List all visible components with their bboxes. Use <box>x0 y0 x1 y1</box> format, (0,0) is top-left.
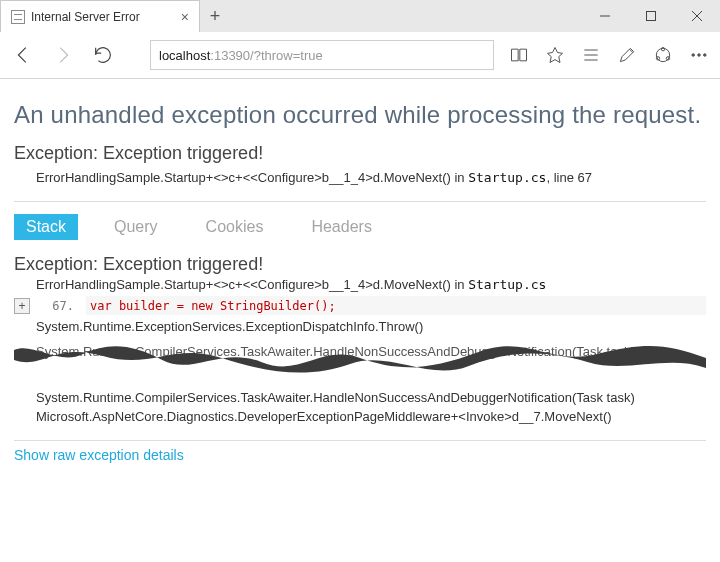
tab-title: Internal Server Error <box>31 10 175 24</box>
forward-button[interactable] <box>50 42 76 68</box>
window-controls <box>582 0 720 32</box>
source-line-row: + 67. var builder = new StringBuilder(); <box>14 296 706 315</box>
page-title: An unhandled exception occurred while pr… <box>14 101 706 129</box>
stack-frame-1: System.Runtime.ExceptionServices.Excepti… <box>14 317 706 336</box>
refresh-button[interactable] <box>90 42 116 68</box>
tab-bar: Internal Server Error × + <box>0 0 720 32</box>
summary-file: Startup.cs <box>468 170 546 185</box>
favorite-icon[interactable] <box>544 44 566 66</box>
browser-tab[interactable]: Internal Server Error × <box>0 0 200 32</box>
tab-cookies[interactable]: Cookies <box>194 214 276 240</box>
summary-line: , line 67 <box>546 170 592 185</box>
page-favicon-icon <box>11 10 25 24</box>
stack-exception-header: Exception: Exception triggered! <box>14 254 706 275</box>
maximize-button[interactable] <box>628 0 674 32</box>
detail-tabs: Stack Query Cookies Headers <box>14 214 706 240</box>
summary-frame-text: ErrorHandlingSample.Startup+<>c+<<Config… <box>36 170 468 185</box>
more-icon[interactable] <box>688 44 710 66</box>
toolbar-icons <box>508 44 710 66</box>
stack-frame-0: ErrorHandlingSample.Startup+<>c+<<Config… <box>14 275 706 294</box>
svg-point-14 <box>698 54 701 57</box>
divider <box>14 201 706 202</box>
tab-query[interactable]: Query <box>102 214 170 240</box>
stack-frame-3: Microsoft.AspNetCore.Diagnostics.Develop… <box>14 407 706 426</box>
stack-frame-2: System.Runtime.CompilerServices.TaskAwai… <box>14 388 706 407</box>
new-tab-button[interactable]: + <box>200 0 230 32</box>
close-tab-icon[interactable]: × <box>181 10 189 24</box>
svg-point-10 <box>661 48 664 51</box>
source-code: var builder = new StringBuilder(); <box>90 299 336 313</box>
torn-section: System.Runtime.CompilerServices.TaskAwai… <box>14 340 706 376</box>
minimize-button[interactable] <box>582 0 628 32</box>
close-window-button[interactable] <box>674 0 720 32</box>
hub-icon[interactable] <box>580 44 602 66</box>
summary-frame: ErrorHandlingSample.Startup+<>c+<<Config… <box>14 164 706 195</box>
stack-frame-0-file: Startup.cs <box>468 277 546 292</box>
svg-rect-1 <box>647 12 656 21</box>
line-number: 67. <box>34 299 82 313</box>
svg-point-15 <box>704 54 707 57</box>
toolbar: localhost:13390/?throw=true <box>0 32 720 78</box>
divider <box>14 440 706 441</box>
exception-header: Exception: Exception triggered! <box>14 143 706 164</box>
show-raw-link[interactable]: Show raw exception details <box>14 447 184 463</box>
address-bar[interactable]: localhost:13390/?throw=true <box>150 40 494 70</box>
svg-point-13 <box>692 54 695 57</box>
tab-headers[interactable]: Headers <box>299 214 383 240</box>
error-page: An unhandled exception occurred while pr… <box>0 79 720 464</box>
tab-stack[interactable]: Stack <box>14 214 78 240</box>
back-button[interactable] <box>10 42 36 68</box>
browser-chrome: Internal Server Error × + localhost:1339… <box>0 0 720 79</box>
url-host: localhost <box>159 48 210 63</box>
share-icon[interactable] <box>652 44 674 66</box>
svg-marker-4 <box>548 48 563 63</box>
expand-button[interactable]: + <box>14 298 30 314</box>
url-rest: :13390/?throw=true <box>210 48 322 63</box>
reading-view-icon[interactable] <box>508 44 530 66</box>
web-note-icon[interactable] <box>616 44 638 66</box>
stack-trace: ErrorHandlingSample.Startup+<>c+<<Config… <box>14 275 706 426</box>
